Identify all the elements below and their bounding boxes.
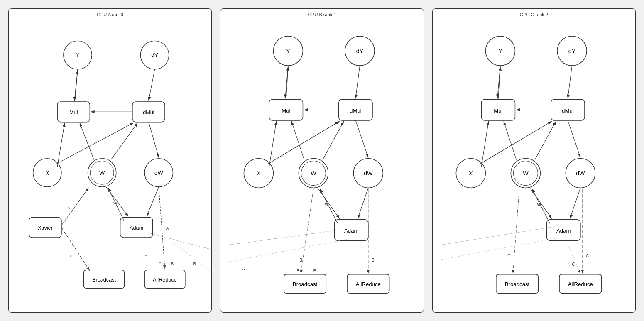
svg-text:Adam: Adam	[556, 228, 571, 234]
svg-text:dMul: dMul	[350, 108, 362, 114]
svg-line-32	[147, 187, 159, 216]
gpu-c-box: GPU C rank 2 Y dY Mul dMul X	[432, 8, 636, 313]
svg-line-76	[356, 120, 368, 157]
svg-line-85	[301, 189, 313, 274]
svg-line-77	[269, 121, 277, 167]
svg-text:dMul: dMul	[562, 108, 574, 114]
svg-line-123	[535, 121, 556, 159]
gpu-a-box: GPU A rank0 Y dY Mul dMul X W dW	[8, 8, 212, 313]
svg-text:Mul: Mul	[69, 110, 78, 115]
svg-text:dW: dW	[576, 170, 585, 176]
gpu-c-title: GPU C rank 2	[520, 12, 548, 17]
svg-line-133	[566, 240, 580, 273]
svg-text:Adam: Adam	[130, 225, 143, 231]
svg-text:X: X	[45, 170, 49, 176]
svg-line-122	[504, 121, 516, 159]
svg-text:W: W	[523, 170, 529, 176]
svg-line-38	[61, 228, 90, 271]
svg-text:B: B	[372, 258, 375, 262]
svg-text:dMul: dMul	[143, 110, 154, 115]
svg-text:C: C	[242, 266, 245, 271]
svg-text:B: B	[171, 261, 174, 266]
svg-line-129	[513, 189, 519, 274]
svg-text:C: C	[586, 254, 589, 258]
svg-line-35	[108, 188, 124, 221]
svg-line-84	[320, 189, 338, 224]
svg-line-40	[159, 187, 165, 269]
svg-line-74	[356, 66, 360, 98]
svg-line-27	[149, 122, 159, 158]
svg-text:dW: dW	[154, 170, 163, 176]
svg-text:A: A	[159, 260, 162, 265]
svg-text:Y: Y	[76, 52, 79, 58]
svg-text:A: A	[68, 206, 71, 210]
svg-text:dY: dY	[356, 48, 364, 54]
svg-text:dY: dY	[151, 52, 158, 58]
svg-text:X: X	[257, 170, 261, 176]
svg-text:Broadcast: Broadcast	[505, 281, 530, 287]
gpu-b-title: GPU B rank 1	[308, 12, 336, 17]
svg-text:Adam: Adam	[344, 228, 358, 234]
svg-line-136	[441, 237, 561, 260]
svg-line-128	[532, 189, 550, 224]
svg-text:X: X	[469, 170, 473, 176]
svg-line-25	[75, 70, 78, 102]
svg-line-24	[149, 69, 155, 101]
svg-text:A: A	[166, 226, 169, 230]
svg-line-78	[291, 121, 304, 159]
svg-line-36	[61, 188, 88, 225]
svg-line-80	[268, 121, 340, 164]
svg-text:B: B	[313, 269, 316, 273]
svg-text:A: A	[144, 253, 147, 258]
main-container: GPU A rank0 Y dY Mul dMul X W dW	[0, 0, 644, 321]
svg-line-29	[80, 123, 94, 160]
svg-text:B: B	[300, 258, 303, 262]
svg-line-42	[151, 233, 211, 254]
svg-text:C: C	[507, 254, 510, 258]
svg-text:AllReduce: AllReduce	[568, 281, 593, 287]
svg-text:Broadcast: Broadcast	[293, 281, 318, 287]
svg-line-30	[111, 123, 137, 160]
svg-line-89	[229, 230, 339, 245]
svg-text:Mul: Mul	[494, 108, 502, 114]
svg-text:A: A	[69, 253, 71, 258]
svg-text:AllReduce: AllReduce	[356, 281, 381, 287]
svg-text:C: C	[572, 262, 575, 267]
gpu-b-box: GPU B rank 1 Y dY Mul dMul X	[220, 8, 424, 313]
svg-text:Xavier: Xavier	[38, 225, 53, 231]
gpu-a-title: GPU A rank0	[97, 12, 123, 17]
svg-text:AllReduce: AllReduce	[153, 277, 177, 283]
svg-line-121	[481, 121, 488, 167]
svg-text:Y: Y	[286, 48, 291, 54]
svg-line-81	[358, 188, 368, 218]
svg-line-118	[568, 66, 572, 98]
svg-text:B: B	[193, 261, 196, 266]
svg-text:dW: dW	[364, 170, 373, 176]
svg-text:B: B	[297, 269, 300, 273]
svg-text:Mul: Mul	[282, 108, 291, 114]
svg-line-125	[570, 188, 580, 218]
svg-line-79	[323, 121, 344, 159]
svg-line-124	[480, 121, 552, 164]
svg-text:Y: Y	[498, 48, 502, 54]
svg-text:W': W'	[113, 201, 118, 205]
svg-text:W: W	[99, 170, 105, 176]
svg-line-120	[568, 120, 580, 157]
svg-line-90	[229, 238, 351, 262]
svg-text:W: W	[311, 170, 316, 176]
svg-text:dY: dY	[568, 48, 576, 54]
svg-text:Broadcast: Broadcast	[92, 277, 116, 283]
svg-line-31	[56, 123, 134, 164]
